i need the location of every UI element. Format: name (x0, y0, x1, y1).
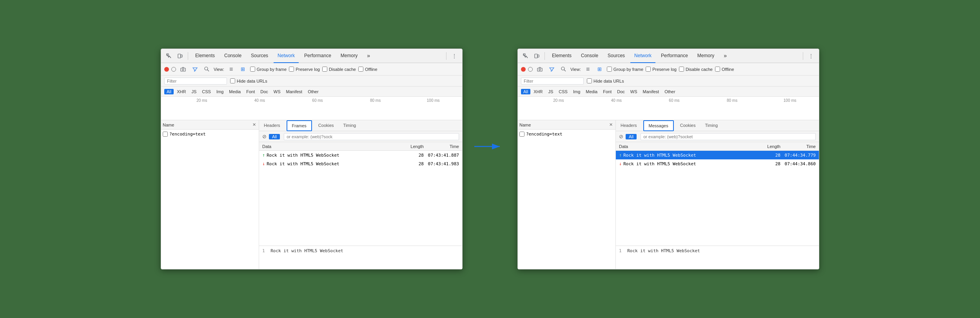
tab-network[interactable]: Network (274, 49, 299, 63)
search-icon[interactable] (202, 65, 211, 74)
view-grid-icon-2[interactable]: ⊞ (595, 65, 604, 74)
tab-more[interactable]: » (363, 49, 374, 63)
filter-input-2[interactable] (521, 78, 584, 85)
view-list-icon[interactable]: ≡ (227, 65, 236, 74)
col-close[interactable]: ✕ (251, 122, 257, 127)
type-btn-all-2[interactable]: All (521, 89, 530, 94)
preserve-log-label[interactable]: Preserve log (289, 67, 320, 72)
offline-checkbox[interactable] (358, 67, 363, 72)
tab-memory-2[interactable]: Memory (693, 49, 718, 63)
type-btn-other-2[interactable]: Other (662, 89, 678, 94)
stop-button-2[interactable] (528, 67, 533, 72)
type-btn-ws[interactable]: WS (271, 89, 283, 94)
type-btn-other[interactable]: Other (305, 89, 321, 94)
tab-performance-2[interactable]: Performance (657, 49, 692, 63)
all-btn-2[interactable]: All (626, 134, 637, 139)
type-btn-manifest-2[interactable]: Manifest (641, 89, 662, 94)
offline-label[interactable]: Offline (358, 67, 377, 72)
msg-row-1-down[interactable]: ↓ Rock it with HTML5 WebSocket 28 07:43:… (259, 159, 462, 168)
msg-row-2-up[interactable]: ↑ Rock it with HTML5 WebSocket 28 07:44:… (616, 151, 819, 159)
request-checkbox-2[interactable] (519, 132, 524, 137)
offline-label-2[interactable]: Offline (715, 67, 734, 72)
tab-console[interactable]: Console (220, 49, 245, 63)
type-btn-img-2[interactable]: Img (571, 89, 583, 94)
group-by-frame-checkbox[interactable] (250, 67, 255, 72)
group-by-frame-label-2[interactable]: Group by frame (607, 67, 643, 72)
filter-icon[interactable] (190, 65, 200, 74)
inspect-icon[interactable] (164, 51, 174, 61)
more-options-icon[interactable]: ⋮ (450, 51, 459, 61)
type-btn-manifest[interactable]: Manifest (284, 89, 305, 94)
detail-tab-timing[interactable]: Timing (339, 120, 361, 131)
record-button[interactable] (164, 67, 169, 72)
request-row-2[interactable]: ?encoding=text (518, 130, 615, 138)
tab-elements[interactable]: Elements (191, 49, 219, 63)
device-icon[interactable] (175, 51, 185, 61)
more-options-icon-2[interactable]: ⋮ (806, 51, 816, 61)
type-btn-media[interactable]: Media (227, 89, 243, 94)
type-btn-font[interactable]: Font (244, 89, 257, 94)
hide-data-urls-checkbox[interactable] (230, 78, 235, 83)
offline-checkbox-2[interactable] (715, 67, 720, 72)
group-by-frame-checkbox-2[interactable] (607, 67, 612, 72)
msg-row-2-down[interactable]: ↓ Rock it with HTML5 WebSocket 28 07:44:… (616, 159, 819, 168)
msg-row-1-up[interactable]: ↑ Rock it with HTML5 WebSocket 28 07:43:… (259, 151, 462, 159)
hide-data-urls-label[interactable]: Hide data URLs (230, 78, 267, 83)
search-icon-2[interactable] (559, 65, 568, 74)
type-btn-all[interactable]: All (164, 89, 174, 94)
msg-filter-input-2[interactable] (641, 133, 816, 140)
tab-elements-2[interactable]: Elements (548, 49, 575, 63)
tab-memory[interactable]: Memory (337, 49, 361, 63)
disable-cache-label-2[interactable]: Disable cache (679, 67, 713, 72)
preserve-log-label-2[interactable]: Preserve log (646, 67, 677, 72)
disable-cache-label[interactable]: Disable cache (322, 67, 356, 72)
detail-tab-cookies-2[interactable]: Cookies (675, 120, 701, 131)
hide-data-urls-label-2[interactable]: Hide data URLs (587, 78, 624, 83)
request-row-1[interactable]: ?encoding=text (161, 130, 259, 138)
view-grid-icon[interactable]: ⊞ (238, 65, 248, 74)
request-checkbox-1[interactable] (163, 132, 168, 137)
type-btn-js[interactable]: JS (189, 89, 199, 94)
type-btn-font-2[interactable]: Font (601, 89, 614, 94)
detail-tab-frames[interactable]: Frames (287, 120, 312, 131)
type-btn-xhr[interactable]: XHR (174, 89, 188, 94)
tab-console-2[interactable]: Console (577, 49, 602, 63)
all-btn-1[interactable]: All (269, 134, 280, 139)
view-list-icon-2[interactable]: ≡ (583, 65, 593, 74)
device-icon-2[interactable] (532, 51, 541, 61)
filter-input-1[interactable] (164, 78, 227, 85)
tab-sources[interactable]: Sources (247, 49, 272, 63)
group-by-frame-label[interactable]: Group by frame (250, 67, 287, 72)
detail-tab-headers[interactable]: Headers (259, 120, 285, 131)
disable-cache-checkbox[interactable] (322, 67, 327, 72)
msg-filter-input-1[interactable] (284, 133, 459, 140)
disable-cache-checkbox-2[interactable] (679, 67, 684, 72)
type-btn-css-2[interactable]: CSS (556, 89, 570, 94)
camera-icon[interactable] (178, 65, 188, 74)
camera-icon-2[interactable] (535, 65, 544, 74)
col-close-2[interactable]: ✕ (608, 122, 614, 127)
type-btn-media-2[interactable]: Media (583, 89, 600, 94)
type-btn-css[interactable]: CSS (200, 89, 213, 94)
type-btn-img[interactable]: Img (214, 89, 226, 94)
tab-performance[interactable]: Performance (300, 49, 335, 63)
detail-tab-cookies[interactable]: Cookies (314, 120, 339, 131)
stop-button[interactable] (171, 67, 176, 72)
type-btn-js-2[interactable]: JS (546, 89, 555, 94)
filter-icon-2[interactable] (547, 65, 556, 74)
type-btn-doc[interactable]: Doc (258, 89, 270, 94)
detail-tab-headers-2[interactable]: Headers (616, 120, 642, 131)
type-btn-doc-2[interactable]: Doc (615, 89, 627, 94)
preserve-log-checkbox[interactable] (289, 67, 294, 72)
detail-tab-timing-2[interactable]: Timing (700, 120, 722, 131)
inspect-icon-2[interactable] (521, 51, 530, 61)
tab-sources-2[interactable]: Sources (604, 49, 629, 63)
hide-data-urls-checkbox-2[interactable] (587, 78, 592, 83)
record-button-2[interactable] (521, 67, 526, 72)
tab-more-2[interactable]: » (720, 49, 731, 63)
preserve-log-checkbox-2[interactable] (646, 67, 651, 72)
detail-tab-messages[interactable]: Messages (643, 120, 674, 131)
tab-network-2[interactable]: Network (630, 49, 655, 63)
type-btn-ws-2[interactable]: WS (628, 89, 640, 94)
type-btn-xhr-2[interactable]: XHR (531, 89, 545, 94)
